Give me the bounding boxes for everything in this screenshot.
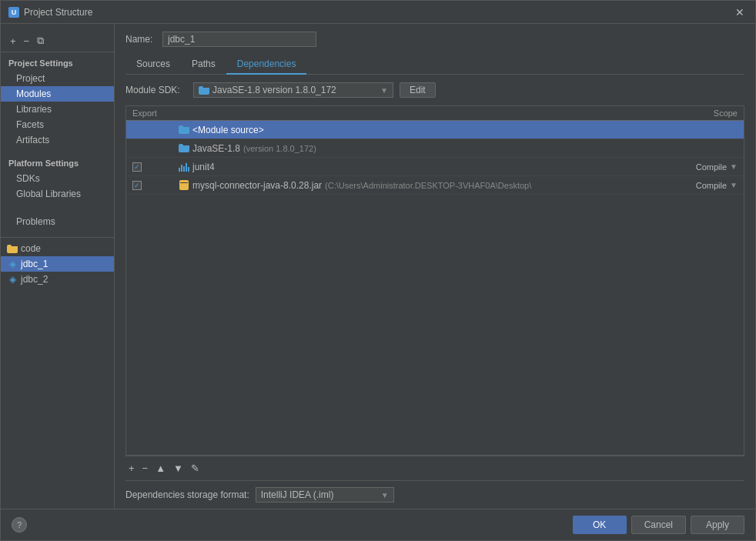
- sdk-dropdown[interactable]: JavaSE-1.8 version 1.8.0_172 ▼: [193, 82, 393, 98]
- scope-col-mysql: Compile ▼: [668, 181, 738, 190]
- dep-row-javase[interactable]: JavaSE-1.8 (version 1.8.0_172): [126, 139, 744, 158]
- scope-dropdown-mysql[interactable]: ▼: [730, 181, 738, 189]
- storage-dropdown[interactable]: IntelliJ IDEA (.iml) ▼: [256, 487, 394, 503]
- title-bar-left: U Project Structure: [8, 7, 92, 18]
- scope-dropdown-junit4[interactable]: ▼: [730, 162, 738, 171]
- add-module-button[interactable]: +: [7, 34, 19, 48]
- module-item-jdbc1[interactable]: ◈ jdbc_1: [1, 256, 114, 272]
- deps-table-header: Export Scope: [125, 105, 744, 121]
- remove-dep-button[interactable]: −: [139, 461, 152, 476]
- tabs-row: Sources Paths Dependencies: [125, 55, 744, 75]
- col-export-header: Export: [132, 109, 179, 118]
- title-text: Project Structure: [24, 7, 92, 18]
- sidebar-item-project[interactable]: Project: [1, 71, 114, 86]
- export-col-junit4: ✓: [132, 162, 179, 172]
- javase-sdk-icon: [179, 143, 189, 154]
- sdk-row: Module SDK: JavaSE-1.8 version 1.8.0_172…: [125, 82, 744, 98]
- sdk-dropdown-arrow: ▼: [380, 86, 388, 95]
- sidebar-item-artifacts[interactable]: Artifacts: [1, 132, 114, 148]
- sdk-icon: [199, 86, 209, 95]
- module-icon-jdbc1: ◈: [7, 259, 18, 269]
- deps-bottom-toolbar: + − ▲ ▼ ✎: [125, 456, 744, 480]
- sdk-edit-button[interactable]: Edit: [400, 82, 436, 98]
- dep-name-module-source: <Module source>: [192, 125, 264, 135]
- dep-name-javase: JavaSE-1.8: [192, 143, 240, 154]
- sidebar-item-libraries[interactable]: Libraries: [1, 102, 114, 117]
- footer-right: OK Cancel Apply: [573, 516, 744, 534]
- dep-row-mysql[interactable]: ✓ mysql-connector-java-8.0.28.jar (C:\Us…: [126, 176, 744, 195]
- deps-table: <Module source> JavaSE-1.8 (version 1.8: [125, 121, 744, 456]
- edit-dep-button[interactable]: ✎: [188, 461, 202, 476]
- module-sdk-label: Module SDK:: [125, 85, 187, 95]
- move-up-dep-button[interactable]: ▲: [152, 461, 169, 476]
- sdk-value: JavaSE-1.8 version 1.8.0_172: [212, 85, 336, 95]
- dep-detail-javase: (version 1.8.0_172): [243, 144, 316, 153]
- sidebar-item-facets[interactable]: Facets: [1, 117, 114, 132]
- col-scope-header: Scope: [668, 109, 738, 118]
- dep-row-module-source[interactable]: <Module source>: [126, 121, 744, 139]
- name-input[interactable]: [162, 32, 316, 47]
- jar-icon-mysql: [179, 180, 189, 191]
- folder-icon: [7, 243, 18, 254]
- footer: ? OK Cancel Apply: [1, 509, 755, 540]
- project-settings-label: Project Settings: [1, 55, 114, 71]
- name-col-mysql: mysql-connector-java-8.0.28.jar (C:\User…: [179, 180, 668, 191]
- tab-paths[interactable]: Paths: [181, 55, 226, 75]
- move-down-dep-button[interactable]: ▼: [170, 461, 186, 476]
- dep-scope-junit4: Compile: [696, 162, 727, 172]
- project-structure-dialog: U Project Structure ✕ + − ⧉ Project Sett…: [0, 0, 756, 541]
- close-button[interactable]: ✕: [732, 5, 748, 20]
- sidebar-item-global-libraries[interactable]: Global Libraries: [1, 186, 114, 202]
- export-checkbox-mysql[interactable]: ✓: [132, 181, 142, 190]
- dep-name-junit4: junit4: [192, 162, 215, 172]
- folder-blue-icon: [179, 125, 189, 135]
- module-item-jdbc2[interactable]: ◈ jdbc_2: [1, 272, 114, 287]
- name-col-javase: JavaSE-1.8 (version 1.8.0_172): [179, 143, 668, 154]
- export-checkbox-junit4[interactable]: ✓: [132, 162, 142, 172]
- platform-settings-label: Platform Settings: [1, 155, 114, 171]
- sidebar-item-problems[interactable]: Problems: [1, 214, 114, 229]
- app-icon: U: [8, 7, 19, 18]
- add-dep-button[interactable]: +: [125, 461, 138, 476]
- col-name-header: [179, 109, 668, 118]
- sidebar-item-sdks[interactable]: SDKs: [1, 171, 114, 186]
- storage-dropdown-arrow: ▼: [381, 491, 389, 499]
- deps-panel: Export Scope <Module source>: [125, 105, 744, 509]
- help-button[interactable]: ?: [12, 517, 27, 533]
- remove-module-button[interactable]: −: [21, 34, 33, 48]
- sidebar-toolbar: + − ⧉: [1, 30, 114, 52]
- dep-name-mysql: mysql-connector-java-8.0.28.jar: [192, 180, 322, 191]
- lib-bars-icon-junit4: [179, 162, 189, 172]
- dep-scope-mysql: Compile: [696, 181, 727, 190]
- module-icon-jdbc2: ◈: [7, 274, 18, 285]
- scope-col-junit4: Compile ▼: [668, 162, 738, 172]
- name-col-module-source: <Module source>: [179, 125, 668, 135]
- main-content: + − ⧉ Project Settings Project Modules L…: [1, 24, 755, 509]
- sidebar: + − ⧉ Project Settings Project Modules L…: [1, 24, 115, 509]
- sidebar-item-modules[interactable]: Modules: [1, 86, 114, 102]
- title-bar: U Project Structure ✕: [1, 1, 755, 24]
- name-col-junit4: junit4: [179, 162, 668, 172]
- right-panel: Name: Sources Paths Dependencies Module …: [115, 24, 755, 509]
- ok-button[interactable]: OK: [573, 516, 627, 534]
- storage-value: IntelliJ IDEA (.iml): [261, 489, 334, 500]
- storage-label: Dependencies storage format:: [125, 489, 249, 500]
- cancel-button[interactable]: Cancel: [631, 516, 686, 534]
- module-item-code[interactable]: code: [1, 241, 114, 256]
- name-label: Name:: [125, 34, 156, 45]
- module-list: code ◈ jdbc_1 ◈ jdbc_2: [1, 237, 114, 287]
- dep-detail-mysql: (C:\Users\Administrator.DESKTOP-3VHAF0A\…: [325, 181, 531, 190]
- export-col-mysql: ✓: [132, 181, 179, 190]
- dep-row-junit4[interactable]: ✓: [126, 158, 744, 176]
- name-row: Name:: [125, 32, 744, 47]
- copy-module-button[interactable]: ⧉: [34, 33, 47, 48]
- tab-dependencies[interactable]: Dependencies: [226, 55, 307, 75]
- storage-row: Dependencies storage format: IntelliJ ID…: [125, 480, 744, 509]
- footer-left: ?: [12, 517, 27, 533]
- apply-button[interactable]: Apply: [691, 516, 744, 534]
- tab-sources[interactable]: Sources: [125, 55, 181, 75]
